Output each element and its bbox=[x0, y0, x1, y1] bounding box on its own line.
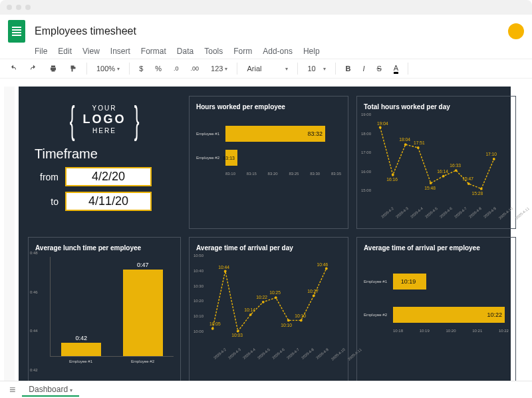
chart-title: Hours worked per employee bbox=[196, 103, 341, 110]
user-avatar[interactable] bbox=[508, 23, 524, 39]
svg-text:16:33: 16:33 bbox=[450, 163, 461, 168]
chart-title: Total hours worked per day bbox=[364, 103, 509, 110]
print-button[interactable] bbox=[47, 63, 60, 74]
font-size-selector[interactable]: 10▾ bbox=[305, 63, 329, 74]
svg-point-5 bbox=[442, 175, 445, 178]
bar-category: Employee #1 bbox=[196, 132, 225, 136]
from-date-input[interactable] bbox=[65, 167, 152, 186]
menu-data[interactable]: Data bbox=[177, 47, 194, 56]
svg-point-2 bbox=[404, 143, 407, 146]
undo-button[interactable] bbox=[7, 63, 20, 74]
to-date-input[interactable] bbox=[65, 192, 152, 211]
dashboard: { YOUR LOGO HERE } Timeframe from to bbox=[19, 87, 511, 381]
menu-bar: File Edit View Insert Format Data Tools … bbox=[0, 44, 532, 59]
svg-text:10:27: 10:27 bbox=[307, 289, 319, 294]
window-dot bbox=[16, 5, 21, 10]
document-title[interactable]: Employees timesheet bbox=[35, 25, 136, 37]
svg-text:10:22: 10:22 bbox=[256, 295, 267, 299]
paint-format-button[interactable] bbox=[66, 63, 80, 74]
svg-text:10:46: 10:46 bbox=[317, 262, 329, 267]
svg-point-25 bbox=[275, 296, 277, 299]
sheet-tab-active[interactable]: Dashboard ▾ bbox=[22, 383, 79, 397]
svg-point-6 bbox=[455, 169, 458, 172]
timeframe-panel: { YOUR LOGO HERE } Timeframe from to bbox=[28, 96, 181, 229]
all-sheets-button[interactable]: ≡ bbox=[9, 384, 15, 396]
svg-point-20 bbox=[211, 327, 214, 330]
svg-text:10:25: 10:25 bbox=[269, 290, 281, 295]
svg-point-29 bbox=[325, 268, 328, 270]
bar-value: 10:19 bbox=[401, 278, 416, 285]
menu-format[interactable]: Format bbox=[141, 47, 166, 56]
chart-avg-arrival-day[interactable]: Average time of arrival per day 10:5010:… bbox=[189, 237, 348, 381]
x-axis: 2020-4-22020-4-32020-4-42020-4-52020-4-6… bbox=[209, 347, 341, 351]
sheet-canvas[interactable]: { YOUR LOGO HERE } Timeframe from to bbox=[0, 79, 532, 381]
y-axis: 19:0018:00 17:0016:00 15:00 bbox=[361, 112, 374, 192]
svg-point-27 bbox=[300, 319, 303, 322]
strike-button[interactable]: S bbox=[374, 63, 384, 74]
bar-value: 83:13 bbox=[225, 150, 237, 166]
logo-text-top: YOUR bbox=[83, 104, 126, 112]
decrease-decimal-button[interactable]: .0 bbox=[171, 64, 182, 73]
menu-form[interactable]: Form bbox=[233, 47, 252, 56]
browser-chrome bbox=[0, 0, 532, 15]
menu-file[interactable]: File bbox=[35, 47, 47, 56]
chart-total-per-day[interactable]: Total hours worked per day 19:0018:00 17… bbox=[356, 96, 516, 229]
window-dot bbox=[25, 5, 31, 10]
logo-text-bot: HERE bbox=[83, 127, 126, 135]
svg-text:10:03: 10:03 bbox=[231, 333, 243, 337]
redo-button[interactable] bbox=[27, 63, 40, 74]
svg-text:10:14: 10:14 bbox=[244, 307, 255, 312]
bar-category: Employee #1 bbox=[69, 359, 92, 363]
menu-insert[interactable]: Insert bbox=[110, 47, 130, 56]
bar-value: 10:22 bbox=[487, 311, 502, 318]
svg-text:19:04: 19:04 bbox=[377, 121, 388, 126]
svg-point-8 bbox=[480, 188, 483, 190]
text-color-button[interactable]: A bbox=[391, 63, 401, 75]
svg-text:17:51: 17:51 bbox=[414, 140, 425, 145]
svg-text:15:28: 15:28 bbox=[472, 191, 483, 196]
sheets-logo-icon[interactable] bbox=[8, 20, 25, 43]
bar-value: 0:47 bbox=[123, 262, 163, 268]
font-selector[interactable]: Arial▾ bbox=[244, 63, 291, 74]
svg-point-21 bbox=[224, 270, 227, 272]
svg-point-28 bbox=[313, 294, 315, 297]
percent-button[interactable]: % bbox=[152, 63, 164, 74]
svg-point-24 bbox=[262, 301, 265, 303]
x-axis: 83:1083:15 83:2083:25 83:3083:35 bbox=[225, 172, 341, 176]
italic-button[interactable]: I bbox=[360, 63, 367, 74]
svg-text:17:10: 17:10 bbox=[485, 152, 497, 156]
svg-text:18:04: 18:04 bbox=[399, 137, 410, 142]
timeframe-heading: Timeframe bbox=[35, 146, 174, 162]
menu-help[interactable]: Help bbox=[303, 47, 320, 56]
svg-point-1 bbox=[392, 174, 394, 176]
chart-title: Average lunch time per employee bbox=[35, 244, 174, 252]
menu-addons[interactable]: Add-ons bbox=[263, 47, 293, 56]
line-plot: 19:04 16:16 18:04 17:51 15:48 16:14 16:3… bbox=[377, 116, 503, 202]
currency-button[interactable]: $ bbox=[136, 63, 146, 74]
window-dot bbox=[7, 5, 12, 10]
chart-title: Average time of arrival per employee bbox=[364, 244, 509, 252]
chart-hours-per-employee[interactable]: Hours worked per employee Employee #1 83… bbox=[189, 96, 348, 229]
svg-point-22 bbox=[237, 330, 239, 333]
menu-edit[interactable]: Edit bbox=[58, 47, 72, 56]
bold-button[interactable]: B bbox=[342, 63, 353, 74]
svg-text:16:14: 16:14 bbox=[437, 169, 448, 174]
zoom-selector[interactable]: 100%▾ bbox=[94, 63, 122, 74]
format-preset-selector[interactable]: 123▾ bbox=[208, 63, 230, 74]
sheet-tab-menu-icon[interactable]: ▾ bbox=[70, 387, 72, 393]
increase-decimal-button[interactable]: .00 bbox=[188, 64, 202, 73]
chart-avg-arrival-employee[interactable]: Average time of arrival per employee Emp… bbox=[356, 237, 516, 381]
svg-point-26 bbox=[287, 319, 290, 322]
logo-placeholder: { YOUR LOGO HERE } bbox=[51, 100, 158, 140]
menu-tools[interactable]: Tools bbox=[204, 47, 223, 56]
chart-avg-lunch[interactable]: Average lunch time per employee 0:480:46… bbox=[28, 237, 181, 381]
menu-view[interactable]: View bbox=[82, 47, 100, 56]
svg-text:10:10: 10:10 bbox=[281, 323, 292, 327]
bar-value: 83:32 bbox=[307, 130, 323, 137]
bar-value: 0:42 bbox=[61, 335, 101, 341]
svg-text:15:48: 15:48 bbox=[424, 186, 436, 190]
svg-text:15:47: 15:47 bbox=[462, 176, 473, 181]
to-label: to bbox=[35, 196, 59, 207]
svg-point-7 bbox=[467, 182, 470, 185]
row-gutter bbox=[4, 87, 15, 381]
